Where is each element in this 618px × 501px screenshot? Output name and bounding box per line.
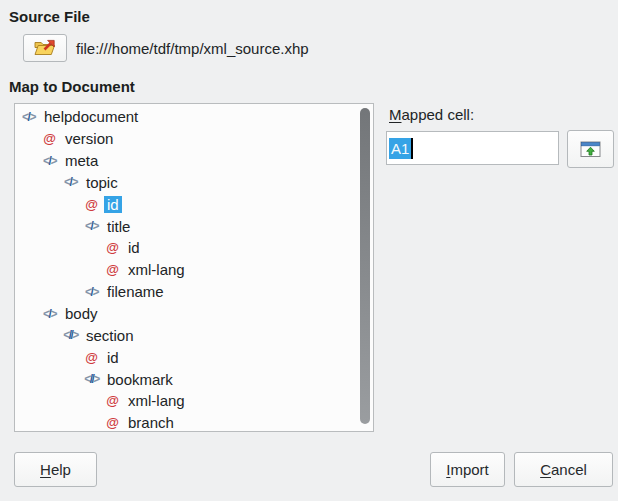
source-file-path: file:///home/tdf/tmp/xml_source.xhp bbox=[76, 34, 309, 62]
attribute-icon: @ bbox=[84, 350, 99, 365]
element-icon: </> bbox=[42, 306, 57, 321]
tree-item-label: topic bbox=[83, 174, 121, 191]
tree-item-label: meta bbox=[62, 152, 101, 169]
tree-item-label: branch bbox=[125, 414, 177, 431]
tree-item-label: helpdocument bbox=[41, 108, 141, 125]
mapped-cell-label: Mapped cell: bbox=[389, 106, 474, 123]
element-icon: </> bbox=[63, 175, 78, 190]
map-to-document-heading: Map to Document bbox=[9, 78, 135, 95]
tree-item[interactable]: </> body bbox=[15, 303, 357, 325]
attribute-icon: @ bbox=[105, 393, 120, 408]
attribute-icon: @ bbox=[42, 131, 57, 146]
tree-item[interactable]: <//> section bbox=[15, 324, 357, 346]
attribute-icon: @ bbox=[105, 415, 120, 430]
attribute-icon: @ bbox=[105, 262, 120, 277]
tree-item[interactable]: @ xml-lang bbox=[15, 259, 357, 281]
tree-item[interactable]: </> helpdocument bbox=[15, 106, 357, 128]
shrink-button[interactable] bbox=[567, 130, 614, 168]
tree-item-label: bookmark bbox=[104, 371, 176, 388]
tree-rows: </> helpdocument @ version </> meta </> … bbox=[15, 106, 357, 432]
element-recurring-icon: <//> bbox=[84, 372, 99, 387]
element-icon: </> bbox=[84, 219, 99, 234]
tree-scrollbar-thumb[interactable] bbox=[360, 108, 370, 424]
cancel-button[interactable]: Cancel bbox=[514, 452, 613, 487]
element-icon: </> bbox=[84, 284, 99, 299]
tree-item[interactable]: </> topic bbox=[15, 172, 357, 194]
open-folder-icon bbox=[33, 38, 57, 58]
tree-item[interactable]: </> meta bbox=[15, 150, 357, 172]
attribute-icon: @ bbox=[105, 240, 120, 255]
tree-item[interactable]: @ xml-lang bbox=[15, 390, 357, 412]
tree-item-label: id bbox=[125, 239, 143, 256]
shrink-icon bbox=[580, 141, 601, 158]
source-file-heading: Source File bbox=[9, 8, 90, 25]
tree-item-label: xml-lang bbox=[125, 261, 188, 278]
text-cursor bbox=[411, 138, 413, 159]
element-icon: </> bbox=[42, 153, 57, 168]
xml-structure-tree[interactable]: </> helpdocument @ version </> meta </> … bbox=[14, 103, 374, 432]
tree-item[interactable]: @ id bbox=[15, 346, 357, 368]
tree-item[interactable]: <//> bookmark bbox=[15, 368, 357, 390]
tree-item[interactable]: @ id bbox=[15, 193, 357, 215]
tree-item-label: id bbox=[104, 196, 122, 213]
element-icon: </> bbox=[21, 110, 36, 125]
tree-item-label: section bbox=[83, 327, 137, 344]
attribute-icon: @ bbox=[84, 197, 99, 212]
xml-source-dialog: Source File file:///home/tdf/tmp/xml_sou… bbox=[0, 0, 618, 501]
mapped-cell-input[interactable]: A1 bbox=[386, 131, 559, 165]
tree-item[interactable]: @ version bbox=[15, 128, 357, 150]
help-button[interactable]: Help bbox=[14, 452, 97, 487]
tree-item-label: id bbox=[104, 349, 122, 366]
tree-item[interactable]: </> title bbox=[15, 215, 357, 237]
tree-item-label: body bbox=[62, 305, 101, 322]
browse-file-button[interactable] bbox=[23, 34, 67, 62]
selected-text: A1 bbox=[389, 138, 411, 159]
tree-item[interactable]: @ branch bbox=[15, 412, 357, 432]
tree-item-label: version bbox=[62, 130, 116, 147]
tree-item-label: xml-lang bbox=[125, 392, 188, 409]
tree-item[interactable]: </> filename bbox=[15, 281, 357, 303]
element-recurring-icon: <//> bbox=[63, 328, 78, 343]
tree-scrollbar[interactable] bbox=[357, 104, 373, 431]
import-button[interactable]: Import bbox=[430, 452, 505, 487]
tree-item-label: filename bbox=[104, 283, 167, 300]
tree-item-label: title bbox=[104, 218, 133, 235]
tree-item[interactable]: @ id bbox=[15, 237, 357, 259]
